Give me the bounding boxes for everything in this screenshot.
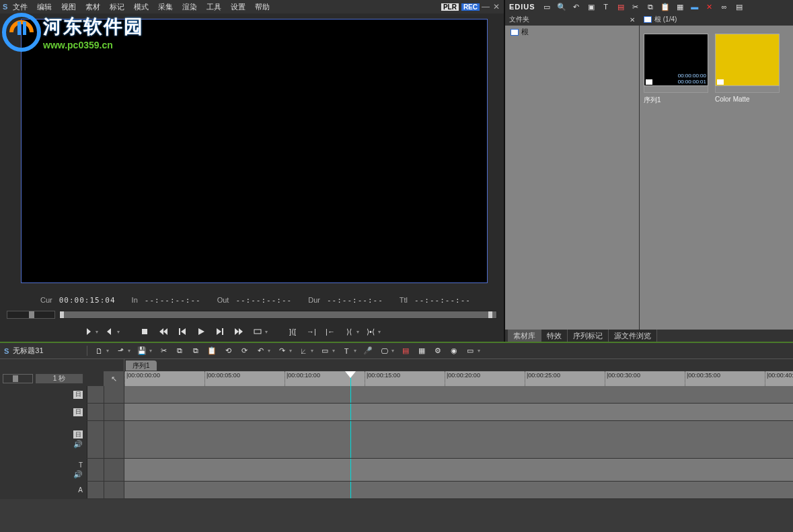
search-icon[interactable]: 🔍 (557, 2, 566, 11)
prev-frame-button[interactable] (175, 326, 190, 338)
track-t-label: T (79, 461, 83, 469)
shuttle-slider[interactable] (7, 311, 55, 319)
export-icon[interactable]: ▭ (465, 346, 475, 356)
menu-clip[interactable]: 素材 (81, 2, 104, 12)
overwrite-right-button[interactable]: |← (323, 326, 338, 338)
v-lock-icon[interactable] (4, 360, 13, 370)
paste-icon[interactable]: 📋 (660, 2, 670, 11)
copy2-icon[interactable]: ⧉ (175, 346, 184, 356)
list-icon[interactable]: ▤ (734, 2, 744, 11)
menu-capture[interactable]: 采集 (154, 2, 177, 12)
mode-button[interactable]: ⟩•⟨ (363, 326, 378, 338)
folder-root[interactable]: 根 (505, 26, 639, 38)
track-toggle-icon[interactable]: 日 (73, 408, 83, 416)
scope-icon[interactable]: ▤ (401, 346, 410, 356)
title2-icon[interactable]: T (342, 346, 351, 356)
delete2-icon[interactable]: ▭ (320, 346, 330, 356)
delete-icon[interactable]: ✕ (705, 2, 714, 11)
track-va1[interactable] (124, 421, 793, 458)
mixer-icon[interactable]: ⚙ (433, 346, 443, 356)
stop-button[interactable] (137, 326, 152, 338)
track-v2[interactable] (124, 404, 793, 420)
menu-tools[interactable]: 工具 (202, 2, 225, 12)
trim-button[interactable]: ⟩⟨ (342, 326, 356, 338)
loop-button[interactable] (250, 326, 265, 338)
set-out-button[interactable] (102, 326, 117, 338)
save-icon[interactable]: 💾 (137, 346, 147, 356)
speaker-icon[interactable]: 🔊 (73, 470, 83, 479)
preview-monitor[interactable] (21, 19, 488, 283)
menu-edit[interactable]: 编辑 (33, 2, 56, 12)
minimize-icon[interactable]: — (481, 2, 490, 11)
ripple-icon[interactable]: ⟲ (223, 346, 233, 356)
ruler-tick: |00:00:25:00 (525, 371, 560, 386)
next-frame-button[interactable] (213, 326, 227, 338)
sequence-tab[interactable]: 序列1 (126, 360, 157, 371)
monitor-icon[interactable]: 🖵 (379, 346, 389, 356)
track-toggle-icon[interactable]: 日 (73, 430, 83, 439)
cut2-icon[interactable]: ✂ (159, 346, 168, 356)
scale-label[interactable]: 1 秒 (36, 374, 83, 383)
split-icon[interactable]: ⟳ (239, 346, 249, 356)
arrow-tool-icon[interactable]: ↖ (111, 375, 117, 383)
grid-icon[interactable]: ▦ (417, 346, 426, 356)
open-icon[interactable]: ⬏ (116, 346, 125, 356)
view2-icon[interactable]: ▬ (690, 2, 700, 11)
forward-button[interactable] (231, 326, 246, 338)
close-icon[interactable]: ✕ (492, 2, 501, 11)
tc-dur: --:--:--:-- (327, 296, 383, 305)
timeline-ruler[interactable]: 00:00:05:14 |00:00:00:00|00:00:05:00|00:… (124, 371, 793, 386)
project-title: 无标题31 (13, 346, 43, 356)
set-in-button[interactable] (81, 326, 96, 338)
scrub-bar[interactable] (59, 311, 497, 319)
bars-icon[interactable]: ▤ (616, 2, 626, 11)
play-button[interactable] (194, 326, 209, 338)
insert-button[interactable]: ]⟨[ (285, 326, 300, 338)
tc-ttl: --:--:--:-- (414, 296, 471, 305)
paste2-icon[interactable]: 📋 (207, 346, 217, 356)
tab-fx[interactable]: 特效 (541, 330, 568, 342)
tab-markers[interactable]: 序列标记 (568, 330, 609, 342)
razor-icon[interactable]: ⟀ (299, 346, 308, 356)
tab-bin[interactable]: 素材库 (508, 330, 541, 342)
clip-icon[interactable]: ▣ (587, 2, 596, 11)
track-v3[interactable] (124, 386, 793, 403)
title-icon[interactable]: T (601, 2, 611, 11)
clip-sequence1[interactable]: 00:00:00:0000:00:00:01 序列1 (644, 34, 708, 105)
track-toggle-icon[interactable]: 日 (73, 391, 83, 399)
menu-marker[interactable]: 标记 (106, 2, 128, 12)
color-icon[interactable]: ◉ (449, 346, 459, 356)
folder-icon[interactable]: ▭ (542, 2, 552, 11)
props-icon[interactable]: ∞ (720, 2, 729, 11)
menu-file[interactable]: 文件 (9, 2, 32, 12)
mic-icon[interactable]: 🎤 (363, 346, 373, 356)
tab-source[interactable]: 源文件浏览 (609, 330, 657, 342)
menu-render[interactable]: 渲染 (178, 2, 201, 12)
plr-badge: PLR (441, 3, 459, 11)
cut-icon[interactable]: ✂ (631, 2, 640, 11)
playhead-icon[interactable] (345, 371, 356, 378)
menu-settings[interactable]: 设置 (227, 2, 250, 12)
overwrite-left-button[interactable]: →| (304, 326, 319, 338)
zoom-slider[interactable] (3, 374, 33, 383)
redo-icon[interactable]: ↷ (277, 346, 287, 356)
edius-brand: EDIUS (509, 3, 535, 11)
copy-icon[interactable]: ⧉ (646, 2, 655, 11)
tc-in: --:--:--:-- (145, 296, 201, 305)
speaker-icon[interactable]: 🔊 (73, 440, 83, 449)
menu-mode[interactable]: 模式 (130, 2, 153, 12)
folder-icon (644, 16, 652, 23)
track-t1[interactable] (124, 459, 793, 481)
menu-help[interactable]: 帮助 (251, 2, 274, 12)
undo-icon[interactable]: ↶ (256, 346, 265, 356)
view1-icon[interactable]: ▦ (675, 2, 685, 11)
rewind-button[interactable] (156, 326, 171, 338)
copy3-icon[interactable]: ⧉ (191, 346, 200, 356)
folder-close-icon[interactable]: ✕ (630, 16, 635, 24)
menu-view[interactable]: 视图 (57, 2, 80, 12)
up-icon[interactable]: ↶ (572, 2, 581, 11)
new-seq-icon[interactable]: 🗋 (94, 346, 104, 356)
clip-color-matte[interactable]: Color Matte (715, 34, 780, 105)
menubar: S 文件 编辑 视图 素材 标记 模式 采集 渲染 工具 设置 帮助 PLR R… (0, 0, 504, 13)
track-a1[interactable] (124, 482, 793, 498)
